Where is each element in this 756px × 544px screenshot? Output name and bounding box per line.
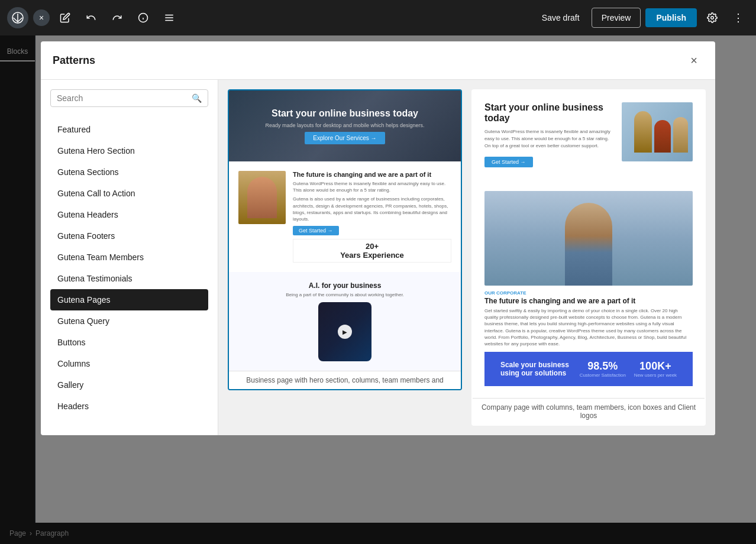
search-box: 🔍 (50, 89, 208, 107)
close-editor-button[interactable]: × (33, 9, 50, 26)
phone-mock: ▶ (318, 302, 371, 361)
experience-label: Years Experience (298, 251, 446, 260)
categories-list: FeaturedGutena Hero SectionGutena Sectio… (50, 119, 208, 417)
sidebar-item-gutena-pages[interactable]: Gutena Pages (50, 289, 208, 310)
person-category: OUR CORPORATE (484, 290, 693, 296)
person-desc: Get started swiftly & easily by importin… (484, 307, 693, 347)
business-page-pattern-card[interactable]: Start your online business today Ready m… (228, 89, 462, 390)
sidebar-item-gutena-headers[interactable]: Gutena Headers (50, 204, 208, 225)
wordpress-logo[interactable] (7, 7, 28, 28)
sidebar-item-buttons[interactable]: Buttons (50, 332, 208, 353)
settings-button[interactable] (702, 7, 723, 28)
stat-satisfaction: 98.5% Customer Satisfaction (580, 360, 626, 378)
stat1-label: Customer Satisfaction (580, 373, 626, 378)
preview-button[interactable]: Preview (592, 8, 641, 28)
play-button-icon[interactable]: ▶ (338, 325, 352, 339)
ai-section-mock: A.I. for your business Being a part of t… (229, 272, 461, 371)
patterns-content: Start your online business today Ready m… (218, 80, 715, 435)
right-person-section: OUR CORPORATE The future is changing and… (473, 179, 705, 398)
info-button[interactable] (133, 7, 154, 28)
stats-bar: Scale your business using our solutions … (484, 352, 693, 386)
left-card-label: Business page with hero section, columns… (229, 371, 461, 389)
person-silhouette (565, 203, 612, 286)
sidebar-item-gallery[interactable]: Gallery (50, 374, 208, 396)
save-draft-button[interactable]: Save draft (535, 8, 587, 27)
hero-title: Start your online business today (272, 108, 418, 119)
undo-button[interactable] (80, 7, 102, 28)
right-hero-image (622, 102, 693, 161)
stat-users: 100K+ New users per week (634, 360, 677, 378)
svg-point-7 (711, 17, 714, 20)
team-desc2: Gutena is also used by a wide range of b… (293, 196, 451, 222)
team-text: The future is changing and we are a part… (293, 171, 451, 263)
sidebar-item-gutena-footers[interactable]: Gutena Footers (50, 225, 208, 247)
team-photo (238, 171, 286, 224)
modal-overlay: Patterns × 🔍 FeaturedGutena Hero Section… (0, 35, 756, 544)
right-hero-title: Start your online business today (484, 102, 615, 124)
stat2-number: 100K+ (634, 360, 677, 373)
sidebar-item-gutena-hero-section[interactable]: Gutena Hero Section (50, 140, 208, 161)
company-page-pattern-card[interactable]: Start your online business today Gutena … (471, 89, 706, 426)
experience-number: 20+ (298, 242, 446, 251)
toolbar-right: Save draft Preview Publish ⋮ (535, 7, 749, 28)
experience-badge: 20+ Years Experience (293, 239, 451, 263)
search-icon: 🔍 (192, 93, 202, 103)
sidebar-item-columns[interactable]: Columns (50, 353, 208, 374)
sidebar-item-gutena-team-members[interactable]: Gutena Team Members (50, 247, 208, 268)
right-card-label: Company page with columns, team members,… (473, 398, 705, 425)
ai-subtitle: Being a part of the community is about w… (238, 292, 451, 297)
hero-section-mock: Start your online business today Ready m… (229, 90, 461, 161)
sidebar-item-gutena-sections[interactable]: Gutena Sections (50, 161, 208, 183)
right-hero-text: Start your online business today Gutena … (484, 102, 615, 167)
hero-cta-button[interactable]: Explore Our Services → (305, 132, 385, 144)
more-options-button[interactable]: ⋮ (728, 7, 749, 28)
toolbar: × Save draft Preview Publish ⋮ (0, 0, 756, 35)
stats-title: Scale your business using our solutions (500, 361, 571, 377)
patterns-sidebar: 🔍 FeaturedGutena Hero SectionGutena Sect… (41, 80, 218, 435)
pattern-preview-left: Start your online business today Ready m… (229, 90, 461, 371)
ai-title: A.I. for your business (238, 281, 451, 290)
modal-body: 🔍 FeaturedGutena Hero SectionGutena Sect… (41, 80, 715, 435)
team-desc1: Gutena WordPress theme is insanely flexi… (293, 180, 451, 193)
right-hero-section: Start your online business today Gutena … (473, 90, 705, 179)
modal-header: Patterns × (41, 41, 715, 80)
publish-button[interactable]: Publish (645, 8, 697, 27)
hero-subtitle: Ready made layouts for desktop and mobil… (265, 122, 424, 128)
left-pattern-column: Start your online business today Ready m… (228, 89, 462, 390)
person-title: The future is changing and we are a part… (484, 297, 693, 305)
stat2-label: New users per week (634, 373, 677, 378)
right-pattern-column: Start your online business today Gutena … (471, 89, 706, 426)
team-cta-button[interactable]: Get Started → (293, 226, 339, 235)
modal-close-button[interactable]: × (684, 51, 703, 70)
sidebar-item-gutena-testimonials[interactable]: Gutena Testimonials (50, 268, 208, 289)
editor-area: Blocks Patterns × 🔍 FeaturedGutena Hero … (0, 35, 756, 544)
sidebar-item-featured[interactable]: Featured (50, 119, 208, 140)
stat1-number: 98.5% (580, 360, 626, 373)
list-view-button[interactable] (159, 7, 180, 28)
toolbar-left: × (7, 7, 180, 28)
pattern-preview-right: Start your online business today Gutena … (473, 90, 705, 398)
sidebar-item-gutena-call-to-action[interactable]: Gutena Call to Action (50, 183, 208, 204)
right-hero-cta-button[interactable]: Get Started → (484, 157, 533, 167)
right-hero-desc: Gutena WordPress theme is insanely flexi… (484, 128, 615, 150)
modal-title: Patterns (53, 54, 95, 67)
sidebar-item-gutena-query[interactable]: Gutena Query (50, 310, 208, 332)
person-text: OUR CORPORATE The future is changing and… (484, 290, 693, 347)
search-input[interactable] (57, 93, 192, 103)
redo-button[interactable] (106, 7, 128, 28)
team-section-mock: The future is changing and we are a part… (229, 161, 461, 272)
patterns-modal: Patterns × 🔍 FeaturedGutena Hero Section… (41, 41, 715, 435)
sidebar-item-headers[interactable]: Headers (50, 396, 208, 417)
person-image (484, 191, 693, 286)
edit-icon[interactable] (54, 7, 76, 28)
team-title: The future is changing and we are a part… (293, 171, 451, 178)
